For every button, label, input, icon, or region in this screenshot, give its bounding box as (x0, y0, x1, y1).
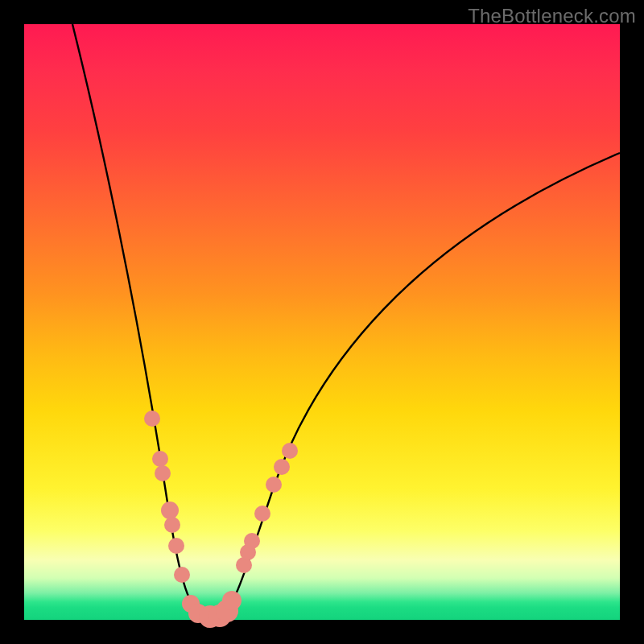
marker-dot (168, 538, 184, 554)
marker-dot (155, 465, 171, 481)
marker-dot (266, 477, 282, 493)
curve-layer (24, 24, 620, 620)
chart-stage: TheBottleneck.com (0, 0, 644, 644)
plot-area (24, 24, 620, 620)
marker-dot (144, 411, 160, 427)
marker-dot (282, 443, 298, 459)
marker-dot (152, 451, 168, 467)
marker-dot (254, 506, 270, 522)
marker-dot (161, 502, 179, 519)
marker-group (144, 411, 298, 628)
marker-dot (274, 459, 290, 475)
marker-dot (164, 517, 180, 533)
marker-dot (222, 591, 242, 610)
marker-dot (174, 567, 190, 583)
marker-dot (244, 533, 260, 549)
bottleneck-curve (72, 24, 620, 617)
